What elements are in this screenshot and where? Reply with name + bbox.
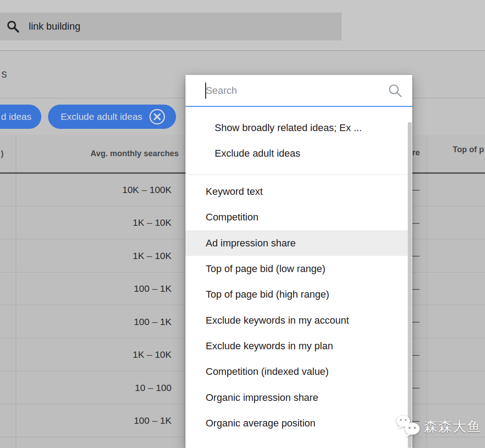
filter-option-competition-indexed[interactable]: Competition (indexed value) [185,359,408,384]
filter-chip-broadly-related[interactable]: d ideas [0,105,41,129]
keyword-planner-screen: link building s d ideas Exclude adult id… [0,0,485,448]
active-filter-item[interactable]: Show broadly related ideas; Ex ... [185,115,408,141]
page-title-partial: s [1,67,7,80]
keyword-search-value: link building [29,21,80,32]
column-header-keyword-partial: ) [1,135,4,173]
column-header-share-partial: re [412,135,420,171]
filter-option-top-of-page-bid-low[interactable]: Top of page bid (low range) [185,256,408,281]
filter-option-exclude-keywords-plan[interactable]: Exclude keywords in my plan [185,333,408,359]
filter-option-top-of-page-bid-high[interactable]: Top of page bid (high range) [185,281,408,307]
filter-option-competition[interactable]: Competition [185,204,408,230]
text-cursor [205,83,206,99]
column-header-avg-monthly-searches[interactable]: Avg. monthly searches [16,135,184,173]
dropdown-search-field[interactable] [185,75,412,106]
filter-option-keyword-text[interactable]: Keyword text [185,179,408,204]
avg-monthly-searches-cell: 1K – 10K [0,206,184,239]
filter-dropdown: Show broadly related ideas; Ex ... Exclu… [185,75,412,448]
filter-chip-exclude-adult[interactable]: Exclude adult ideas [48,105,176,129]
filter-option-ad-impression-share[interactable]: Ad impression share [185,230,412,256]
filter-chip-label: d ideas [1,111,31,122]
avg-monthly-searches-cell: 10K – 100K [0,173,184,206]
close-circle-icon [149,108,166,125]
avg-monthly-searches-cell: 100 – 1K [0,272,184,305]
avg-monthly-searches-cell: 1K – 10K [0,239,184,272]
wechat-icon [395,414,421,439]
avg-monthly-searches-cell: 1K – 10K [0,338,184,371]
filter-option-organic-average-position[interactable]: Organic average position [185,410,408,436]
watermark: 森森大鱼 [395,414,481,439]
avg-monthly-searches-cell: 100 – 1K [0,305,184,338]
remove-filter-button[interactable] [149,108,166,125]
search-field-underline [185,106,412,107]
column-header-top-of-page-partial: Top of p [453,133,484,167]
filter-option-exclude-keywords-account[interactable]: Exclude keywords in my account [185,307,408,333]
filter-option-organic-impression-share[interactable]: Organic impression share [185,385,408,410]
active-filter-item[interactable]: Exclude adult ideas [185,141,408,166]
dropdown-group-divider [185,175,412,175]
search-icon [388,83,402,98]
dropdown-scrollbar[interactable] [408,122,412,448]
dropdown-search-input[interactable] [185,75,412,106]
search-icon [6,20,20,33]
watermark-text: 森森大鱼 [424,417,481,436]
avg-monthly-searches-cell: 100 – 1K [0,404,184,437]
avg-monthly-searches-cell: 10 – 100 [0,371,184,404]
keyword-search-bar[interactable]: link building [0,13,342,40]
top-bar: link building [0,0,485,51]
filter-chip-label: Exclude adult ideas [61,111,142,122]
